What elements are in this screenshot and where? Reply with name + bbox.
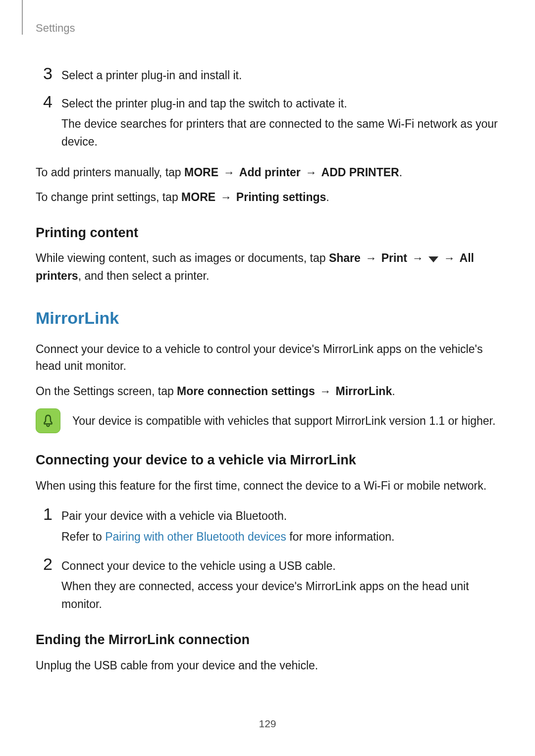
mirrorlink-instruction-prefix: On the Settings screen, tap — [36, 385, 177, 398]
printing-content-heading: Printing content — [36, 223, 499, 243]
step-number-c1: 1 — [36, 505, 53, 523]
step-number-4: 4 — [36, 93, 53, 111]
step-number-3: 3 — [36, 64, 53, 83]
connect-s2-line2: When they are connected, access your dev… — [61, 578, 499, 613]
refer-prefix: Refer to — [61, 530, 105, 543]
page-root: Settings 3 Select a printer plug-in and … — [0, 0, 535, 756]
printing-content-para: While viewing content, such as images or… — [36, 250, 499, 285]
mirrorlink-heading: MirrorLink — [36, 305, 499, 331]
connect-step-2: 2 Connect your device to the vehicle usi… — [36, 555, 499, 613]
period: . — [399, 166, 402, 179]
page-number: 129 — [0, 716, 535, 732]
page-header: Settings — [36, 20, 499, 35]
mirrorlink-label: MirrorLink — [335, 385, 392, 398]
add-printer-label: Add printer — [239, 166, 301, 179]
note-icon — [36, 408, 60, 433]
more-connection-label: More connection settings — [177, 385, 315, 398]
arrow-icon: → — [407, 252, 428, 264]
connect-step-2-body: Connect your device to the vehicle using… — [61, 557, 499, 613]
share-label: Share — [329, 252, 361, 264]
dropdown-icon — [428, 251, 439, 268]
change-settings-prefix: To change print settings, tap — [36, 191, 181, 203]
arrow-icon: → — [361, 252, 381, 264]
add-printers-prefix: To add printers manually, tap — [36, 166, 184, 179]
step-4-line1: Select the printer plug-in and tap the s… — [61, 95, 499, 113]
printing-prefix: While viewing content, such as images or… — [36, 252, 329, 264]
connecting-heading: Connecting your device to a vehicle via … — [36, 450, 499, 470]
connecting-intro: When using this feature for the first ti… — [36, 477, 499, 495]
connect-step-1-body: Pair your device with a vehicle via Blue… — [61, 507, 499, 546]
period: . — [392, 385, 395, 398]
printing-suffix: , and then select a printer. — [78, 269, 210, 282]
step-4-line2: The device searches for printers that ar… — [61, 115, 499, 151]
refer-suffix: for more information. — [286, 530, 395, 543]
svg-marker-0 — [428, 256, 438, 262]
more-label: MORE — [184, 166, 218, 179]
step-4: 4 Select the printer plug-in and tap the… — [36, 93, 499, 151]
mirrorlink-intro: Connect your device to a vehicle to cont… — [36, 341, 499, 375]
add-printers-line: To add printers manually, tap MORE → Add… — [36, 164, 499, 181]
arrow-icon: → — [218, 166, 239, 179]
period: . — [326, 191, 329, 203]
header-divider — [22, 0, 23, 35]
step-4-body: Select the printer plug-in and tap the s… — [61, 95, 499, 151]
printing-settings-label: Printing settings — [236, 191, 326, 203]
connect-s1-line1: Pair your device with a vehicle via Blue… — [61, 507, 499, 525]
bluetooth-link[interactable]: Pairing with other Bluetooth devices — [105, 530, 286, 543]
arrow-icon: → — [439, 252, 460, 264]
connect-step-1: 1 Pair your device with a vehicle via Bl… — [36, 505, 499, 546]
connect-s2-line1: Connect your device to the vehicle using… — [61, 557, 499, 575]
change-settings-line: To change print settings, tap MORE → Pri… — [36, 189, 499, 206]
mirrorlink-instruction: On the Settings screen, tap More connect… — [36, 383, 499, 400]
add-printer-caps-label: ADD PRINTER — [321, 166, 399, 179]
step-3-body: Select a printer plug-in and install it. — [61, 67, 499, 85]
breadcrumb: Settings — [36, 20, 499, 36]
step-3: 3 Select a printer plug-in and install i… — [36, 64, 499, 85]
ending-heading: Ending the MirrorLink connection — [36, 630, 499, 650]
arrow-icon: → — [215, 191, 236, 203]
more-label-2: MORE — [181, 191, 215, 203]
note-text: Your device is compatible with vehicles … — [72, 412, 499, 430]
arrow-icon: → — [315, 385, 336, 398]
connect-s1-refer: Refer to Pairing with other Bluetooth de… — [61, 528, 499, 546]
ending-text: Unplug the USB cable from your device an… — [36, 657, 499, 674]
step-3-text: Select a printer plug-in and install it. — [61, 67, 499, 85]
note-row: Your device is compatible with vehicles … — [36, 408, 499, 433]
print-label: Print — [381, 252, 407, 264]
arrow-icon: → — [301, 166, 321, 179]
step-number-c2: 2 — [36, 555, 53, 573]
